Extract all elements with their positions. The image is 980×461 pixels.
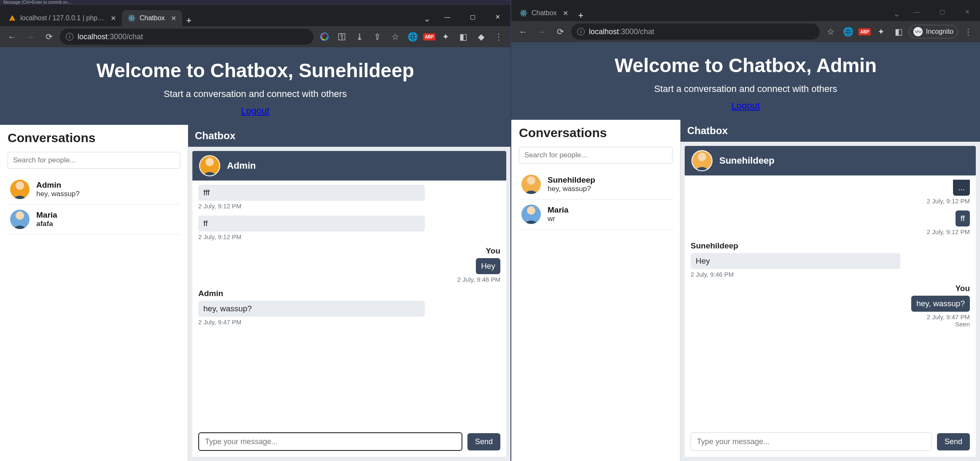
bookmark-star-icon[interactable]: ☆ — [823, 24, 838, 39]
message-time: 2 July, 9:47 PM — [198, 318, 500, 326]
chat-panel-title: Chatbox — [680, 120, 980, 142]
extensions-puzzle-icon[interactable]: ✦ — [438, 29, 453, 44]
conversation-last-message: wr — [548, 215, 569, 223]
peer-avatar — [691, 150, 713, 171]
side-panel-icon[interactable]: ◧ — [891, 24, 906, 39]
message-sender: Sunehildeep — [691, 241, 970, 251]
tab-title: Chatbox — [140, 14, 165, 22]
message-time: 2 July, 9:12 PM — [927, 228, 970, 235]
browser-menu-icon[interactable]: ⋮ — [491, 29, 506, 44]
conversation-item[interactable]: Mariawr — [519, 199, 672, 229]
extension-icon[interactable]: ◆ — [473, 29, 489, 44]
site-info-icon[interactable]: i — [577, 28, 585, 35]
back-button[interactable]: ← — [4, 29, 19, 44]
logout-link[interactable]: Logout — [241, 105, 269, 116]
back-button[interactable]: ← — [516, 24, 531, 39]
peer-avatar — [199, 155, 220, 176]
translate-globe-icon[interactable]: 🌐 — [405, 29, 421, 44]
search-people-input[interactable] — [519, 147, 672, 164]
address-bar[interactable]: i localhost:3000/chat — [571, 24, 820, 40]
message-bubble: ff — [956, 210, 970, 226]
peer-name: Admin — [227, 160, 256, 171]
conversation-item[interactable]: Mariaafafa — [8, 205, 180, 235]
peer-name: Sunehildeep — [719, 155, 775, 166]
message-bubble: ff — [198, 216, 425, 232]
chat-main-panel: Chatbox Sunehildeep ...2 July, 9:12 PMff… — [680, 120, 980, 461]
browser-tab[interactable]: Chatbox✕ — [514, 5, 574, 21]
bookmark-star-icon[interactable]: ☆ — [388, 29, 403, 44]
avatar — [10, 180, 30, 199]
tab-close-icon[interactable]: ✕ — [563, 9, 568, 17]
tab-close-icon[interactable]: ✕ — [171, 14, 176, 22]
avatar — [10, 210, 30, 229]
messages-scroll[interactable]: ...2 July, 9:12 PMff2 July, 9:12 PMSuneh… — [685, 175, 976, 428]
conversation-last-message: afafa — [36, 220, 57, 228]
address-bar[interactable]: i localhost:3000/chat — [60, 29, 313, 45]
svg-point-0 — [131, 17, 132, 19]
adblock-extension-icon[interactable]: ABP — [859, 28, 871, 35]
messages-scroll[interactable]: fff2 July, 9:12 PMff2 July, 9:12 PMYouHe… — [192, 181, 506, 428]
incognito-indicator[interactable]: 👓 Incognito — [909, 25, 958, 38]
conversation-item[interactable]: Adminhey, wassup? — [8, 175, 180, 205]
window-close-button[interactable]: ✕ — [485, 7, 510, 26]
message-group: Adminhey, wassup?2 July, 9:47 PM — [198, 289, 500, 326]
avatar — [521, 205, 541, 224]
tab-search-chevron-icon[interactable]: ⌄ — [889, 6, 904, 21]
new-tab-button[interactable]: + — [182, 15, 196, 26]
browser-menu-icon[interactable]: ⋮ — [961, 24, 976, 39]
conversation-item[interactable]: Sunehildeephey, wassup? — [519, 170, 672, 199]
sidebar-heading: Conversations — [519, 126, 672, 140]
message-input[interactable] — [691, 432, 932, 451]
incognito-icon: 👓 — [913, 27, 923, 36]
forward-button[interactable]: → — [23, 29, 38, 44]
forward-button[interactable]: → — [534, 24, 549, 39]
tab-title: localhost / 127.0.0.1 | phpMyAd... — [20, 14, 105, 22]
install-app-icon[interactable]: ⤓ — [352, 29, 367, 44]
tab-search-chevron-icon[interactable]: ⌄ — [419, 11, 435, 26]
os-titlebar-hint: Message (Ctrl+Enter to commit on... — [0, 0, 510, 5]
chat-panel-title: Chatbox — [188, 125, 510, 147]
message-bubble: Hey — [476, 258, 500, 274]
browser-toolbar: ← → ⟳ i localhost:3000/chat ☆ 🌐 ABP ✦ ◧ … — [511, 21, 980, 42]
tab-close-icon[interactable]: ✕ — [111, 14, 116, 22]
extensions-puzzle-icon[interactable]: ✦ — [873, 24, 888, 39]
message-group: SunehildeepHey2 July, 9:46 PM — [691, 241, 970, 278]
share-icon[interactable]: ⇪ — [370, 29, 385, 44]
search-people-input[interactable] — [8, 152, 180, 169]
browser-tab[interactable]: Chatbox✕ — [122, 10, 182, 26]
side-panel-icon[interactable]: ◧ — [456, 29, 471, 44]
window-minimize-button[interactable]: — — [904, 2, 929, 21]
message-group: YouHey2 July, 9:46 PM — [198, 246, 500, 283]
window-maximize-button[interactable]: ▢ — [929, 2, 955, 21]
message-composer: Send — [192, 428, 506, 457]
send-button[interactable]: Send — [937, 433, 970, 450]
hero-banner: Welcome to Chatbox, Admin Start a conver… — [511, 42, 980, 120]
logout-link[interactable]: Logout — [732, 100, 760, 111]
url-path: :3000/chat — [108, 32, 143, 41]
site-info-icon[interactable]: i — [66, 33, 73, 40]
google-account-icon[interactable] — [317, 29, 332, 44]
browser-tab[interactable]: localhost / 127.0.0.1 | phpMyAd...✕ — [3, 10, 122, 26]
reload-button[interactable]: ⟳ — [41, 29, 57, 44]
conversation-name: Admin — [36, 181, 80, 190]
window-maximize-button[interactable]: ▢ — [460, 7, 485, 26]
sidebar-heading: Conversations — [8, 131, 180, 145]
conversation-last-message: hey, wassup? — [36, 190, 80, 198]
conversations-sidebar: Conversations Adminhey, wassup?Mariaafaf… — [0, 125, 188, 461]
conversation-last-message: hey, wassup? — [548, 185, 595, 193]
window-minimize-button[interactable]: — — [435, 7, 460, 26]
url-path: :3000/chat — [619, 27, 654, 36]
message-time: 2 July, 9:12 PM — [198, 202, 500, 210]
message-input[interactable] — [198, 432, 462, 451]
reload-button[interactable]: ⟳ — [553, 24, 568, 39]
password-key-icon[interactable]: ⚿ — [335, 29, 350, 44]
new-tab-button[interactable]: + — [574, 10, 588, 21]
translate-globe-icon[interactable]: 🌐 — [841, 24, 856, 39]
send-button[interactable]: Send — [467, 433, 500, 450]
avatar — [521, 175, 541, 194]
tab-strip: Chatbox✕ + ⌄ — ▢ ✕ — [511, 0, 980, 21]
window-close-button[interactable]: ✕ — [955, 2, 980, 21]
conversations-sidebar: Conversations Sunehildeephey, wassup?Mar… — [511, 120, 680, 461]
svg-point-5 — [523, 12, 524, 13]
adblock-extension-icon[interactable]: ABP — [423, 33, 435, 40]
